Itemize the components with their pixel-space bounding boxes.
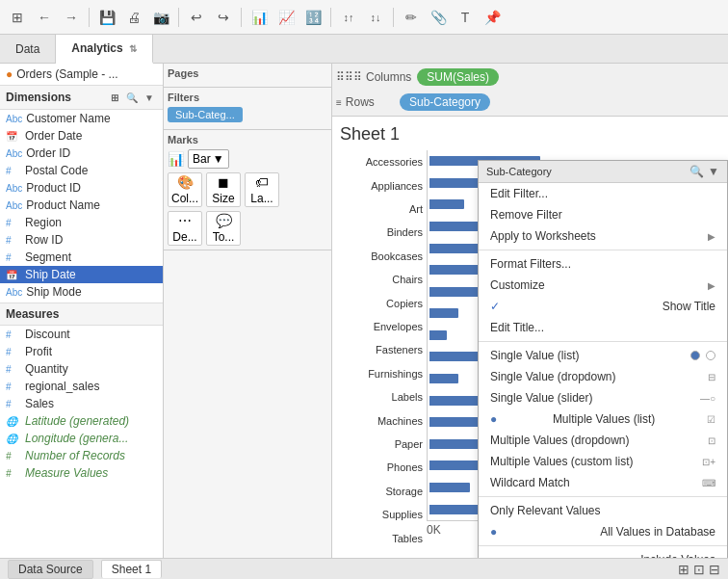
rows-shelf: ≡ Rows Sub-Category	[336, 91, 724, 114]
detail-label: De...	[172, 230, 196, 244]
menu-edit-title[interactable]: Edit Title...	[479, 317, 727, 338]
toolbar-text-icon[interactable]: T	[454, 6, 477, 29]
tooltip-label: To...	[213, 230, 235, 244]
status-grid-icon[interactable]: ⊡	[693, 562, 705, 577]
filter-expand-icon[interactable]: ▼	[708, 165, 719, 178]
toolbar-camera-icon[interactable]: 📷	[149, 6, 172, 29]
measure-sales[interactable]: # Sales	[0, 395, 163, 412]
bar-label-paper: Paper	[340, 436, 423, 452]
toolbar: ⊞ ← → 💾 🖨 📷 ↩ ↪ 📊 📈 🔢 ↕↑ ↕↓ ✏ 📎 T 📌	[0, 0, 728, 35]
field-segment[interactable]: # Segment	[0, 249, 163, 266]
menu-single-value-slider[interactable]: Single Value (slider) —○	[479, 387, 727, 408]
measure-regional-sales[interactable]: # regional_sales	[0, 378, 163, 395]
measure-longitude[interactable]: 🌐 Longitude (genera...	[0, 430, 163, 447]
tab-data[interactable]: Data	[0, 35, 56, 63]
field-order-date[interactable]: 📅 Order Date	[0, 127, 163, 145]
field-order-id[interactable]: Abc Order ID	[0, 145, 163, 162]
product-name-type-icon: Abc	[6, 200, 22, 211]
toolbar-pen-icon[interactable]: ✏	[400, 6, 423, 29]
field-product-id[interactable]: Abc Product ID	[0, 179, 163, 197]
marks-type-icon: 📊	[168, 151, 184, 167]
field-product-name[interactable]: Abc Product Name	[0, 197, 163, 214]
menu-multiple-values-custom[interactable]: Multiple Values (custom list) ⊡+	[479, 451, 727, 472]
menu-wildcard-match[interactable]: Wildcard Match ⌨	[479, 472, 727, 493]
toolbar-chart1-icon[interactable]: 📊	[247, 6, 271, 29]
toolbar-home-icon[interactable]: ⊞	[6, 6, 29, 29]
toolbar-undo-icon[interactable]: ↩	[185, 6, 208, 29]
toolbar-link-icon[interactable]: 📎	[427, 6, 450, 29]
field-ship-date[interactable]: 📅 Ship Date	[0, 266, 163, 283]
filter-search-icon[interactable]: 🔍	[689, 165, 704, 178]
middle-panel: Pages Filters Sub-Categ... Marks 📊 Bar ▼…	[164, 64, 332, 558]
status-tab-sheet1[interactable]: Sheet 1	[101, 560, 162, 578]
bar-label-bookcases: Bookcases	[340, 249, 423, 264]
marks-tooltip-button[interactable]: 💬 To...	[206, 211, 241, 246]
marks-type-dropdown[interactable]: Bar ▼	[188, 149, 229, 169]
menu-include-values[interactable]: ● Include Values	[479, 549, 727, 558]
menu-multiple-values-dropdown[interactable]: Multiple Values (dropdown) ⊡	[479, 430, 727, 451]
chart-area: ⠿⠿⠿ Columns SUM(Sales) ≡ Rows Sub-Catego…	[332, 64, 728, 558]
toolbar-table-icon[interactable]: 🔢	[301, 6, 325, 29]
toolbar-redo-icon[interactable]: ↪	[212, 6, 235, 29]
field-row-id[interactable]: # Row ID	[0, 231, 163, 249]
menu-customize[interactable]: Customize ▶	[479, 275, 727, 296]
menu-edit-filter[interactable]: Edit Filter...	[479, 183, 727, 204]
toolbar-pin-icon[interactable]: 📌	[481, 6, 504, 29]
marks-label-button[interactable]: 🏷 La...	[245, 172, 279, 207]
bar-label-labels: Labels	[340, 389, 423, 405]
measure-profit[interactable]: # Profit	[0, 343, 163, 360]
toolbar-print-icon[interactable]: 🖨	[122, 6, 145, 29]
menu-all-values-in-database[interactable]: ● All Values in Database	[479, 521, 727, 542]
menu-single-value-list-label: Single Value (list)	[490, 349, 579, 362]
field-postal-code[interactable]: # Postal Code	[0, 162, 163, 179]
field-ship-mode[interactable]: Abc Ship Mode	[0, 283, 163, 301]
menu-multiple-values-list[interactable]: ● Multiple Values (list) ☑	[479, 408, 727, 430]
rows-pill-sub-category[interactable]: Sub-Category	[400, 93, 490, 111]
dimensions-expand-icon[interactable]: ▼	[142, 90, 157, 105]
field-customer-name[interactable]: Abc Customer Name	[0, 110, 163, 127]
measure-measure-values[interactable]: # Measure Values	[0, 464, 163, 482]
menu-format-filters[interactable]: Format Filters...	[479, 253, 727, 275]
field-region[interactable]: # Region	[0, 214, 163, 231]
menu-multiple-values-list-label: Multiple Values (list)	[553, 412, 655, 426]
menu-single-value-dropdown[interactable]: Single Value (dropdown) ⊟	[479, 366, 727, 387]
discount-label: Discount	[25, 328, 70, 341]
longitude-type-icon: 🌐	[6, 434, 21, 444]
regional-sales-type-icon: #	[6, 382, 21, 392]
toolbar-back-icon[interactable]: ←	[33, 6, 56, 29]
profit-label: Profit	[25, 345, 52, 358]
columns-pill-sum-sales[interactable]: SUM(Sales)	[417, 68, 499, 86]
row-id-label: Row ID	[25, 233, 63, 247]
measures-list: # Discount # Profit # Quantity # regiona…	[0, 326, 163, 482]
toolbar-sort-desc-icon[interactable]: ↕↓	[364, 6, 387, 29]
measure-discount[interactable]: # Discount	[0, 326, 163, 343]
marks-color-button[interactable]: 🎨 Col...	[168, 172, 202, 207]
toolbar-sort-asc-icon[interactable]: ↕↑	[337, 6, 360, 29]
toolbar-chart2-icon[interactable]: 📈	[274, 6, 298, 29]
filter-pill-subcategory[interactable]: Sub-Categ...	[168, 107, 243, 122]
datasource-icon: ●	[6, 67, 13, 81]
menu-single-value-list[interactable]: Single Value (list)	[479, 345, 727, 366]
status-add-sheet-icon[interactable]: ⊞	[678, 562, 689, 577]
toolbar-save-icon[interactable]: 💾	[95, 6, 118, 29]
dimensions-search-icon[interactable]: 🔍	[124, 90, 140, 105]
marks-type-label: Bar	[193, 152, 211, 166]
toolbar-forward-icon[interactable]: →	[60, 6, 83, 29]
datasource-row[interactable]: ● Orders (Sample - ...	[0, 64, 163, 86]
menu-only-relevant-values[interactable]: Only Relevant Values	[479, 500, 727, 521]
menu-show-title[interactable]: ✓ Show Title	[479, 296, 727, 317]
dimensions-grid-icon[interactable]: ⊞	[107, 90, 122, 105]
measure-number-of-records[interactable]: # Number of Records	[0, 447, 163, 464]
measures-label: Measures	[6, 307, 59, 321]
menu-apply-worksheets[interactable]: Apply to Worksheets ▶	[479, 225, 727, 247]
status-tab-data-source[interactable]: Data Source	[8, 560, 93, 579]
tab-analytics[interactable]: Analytics ⇅	[56, 35, 152, 64]
measure-quantity[interactable]: # Quantity	[0, 360, 163, 378]
measure-latitude[interactable]: 🌐 Latitude (generated)	[0, 412, 163, 430]
status-dashboard-icon[interactable]: ⊟	[709, 562, 720, 577]
tooltip-icon: 💬	[216, 213, 232, 228]
marks-label: Marks	[168, 134, 327, 145]
marks-size-button[interactable]: ◼ Size	[206, 172, 241, 207]
menu-remove-filter[interactable]: Remove Filter	[479, 204, 727, 225]
marks-detail-button[interactable]: ⋯ De...	[168, 211, 202, 246]
